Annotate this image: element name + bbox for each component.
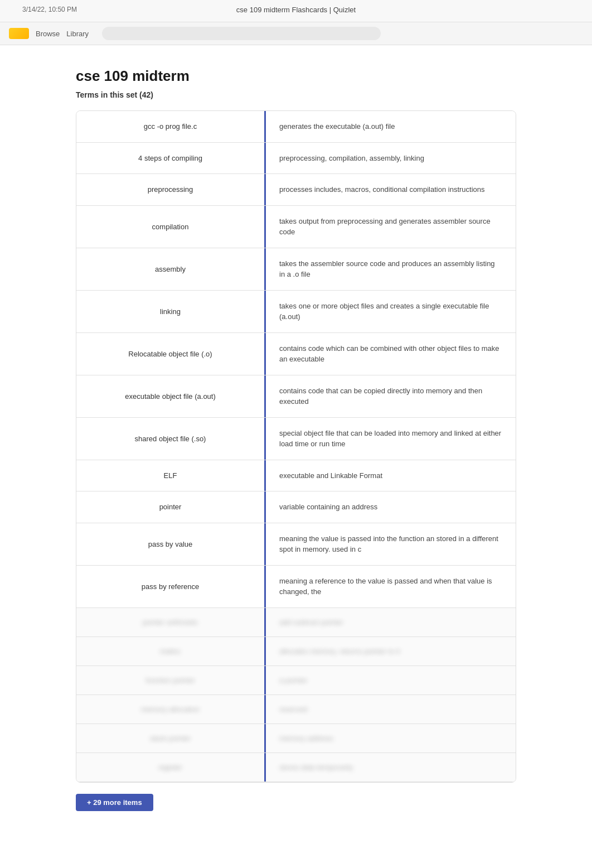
- term-cell: gcc -o prog file.c: [76, 111, 266, 142]
- definition-cell: executable and Linkable Format: [266, 460, 516, 491]
- flashcard-row: executable object file (a.out)contains c…: [76, 375, 516, 418]
- blurred-flashcard-row: pointer arithmeticadd subtract pointer: [76, 608, 516, 637]
- definition-cell: generates the executable (a.out) file: [266, 111, 516, 142]
- definition-cell: contains code that can be copied directl…: [266, 375, 516, 417]
- term-cell: 4 steps of compiling: [76, 143, 266, 174]
- set-title: cse 109 midterm: [76, 67, 516, 85]
- flashcard-row: pass by referencemeaning a reference to …: [76, 566, 516, 608]
- flashcard-row: ELFexecutable and Linkable Format: [76, 460, 516, 492]
- flashcard-row: compilationtakes output from preprocessi…: [76, 206, 516, 248]
- term-cell: preprocessing: [76, 174, 266, 205]
- term-cell: ELF: [76, 460, 266, 491]
- blurred-term-cell: function pointer: [76, 666, 266, 695]
- flashcard-row: 4 steps of compilingpreprocessing, compi…: [76, 143, 516, 175]
- flashcard-row: pass by valuemeaning the value is passed…: [76, 523, 516, 566]
- nav-item[interactable]: Browse: [36, 30, 60, 38]
- definition-cell: processes includes, macros, conditional …: [266, 174, 516, 205]
- blurred-flashcard-row: stack pointermemory address: [76, 724, 516, 753]
- definition-cell: variable containing an address: [266, 491, 516, 523]
- definition-cell: takes one or more object files and creat…: [266, 291, 516, 332]
- nav-item[interactable]: Library: [66, 30, 89, 38]
- main-content: cse 109 midterm Terms in this set (42) g…: [54, 45, 538, 845]
- definition-cell: takes output from preprocessing and gene…: [266, 206, 516, 248]
- definition-cell: meaning the value is passed into the fun…: [266, 523, 516, 565]
- flashcard-row: linkingtakes one or more object files an…: [76, 291, 516, 333]
- definition-cell: special object file that can be loaded i…: [266, 418, 516, 460]
- set-subtitle: Terms in this set (42): [76, 90, 516, 99]
- term-cell: linking: [76, 291, 266, 332]
- see-all-button[interactable]: + 29 more items: [76, 794, 153, 811]
- definition-cell: takes the assembler source code and prod…: [266, 248, 516, 290]
- blurred-term-cell: register: [76, 753, 266, 782]
- blurred-flashcard-row: mallocallocates memory, returns pointer …: [76, 637, 516, 666]
- blurred-term-cell: memory allocation: [76, 695, 266, 724]
- flashcard-row: Relocatable object file (.o)contains cod…: [76, 333, 516, 375]
- blurred-flashcard-row: registerstores data temporarily: [76, 753, 516, 782]
- flashcard-row: shared object file (.so)special object f…: [76, 418, 516, 460]
- flashcard-row: assemblytakes the assembler source code …: [76, 248, 516, 291]
- term-cell: assembly: [76, 248, 266, 290]
- blurred-term-cell: malloc: [76, 637, 266, 666]
- quizlet-logo: [9, 28, 29, 39]
- term-cell: pass by value: [76, 523, 266, 565]
- term-cell: compilation: [76, 206, 266, 248]
- browser-chrome: 3/14/22, 10:50 PM cse 109 midterm Flashc…: [0, 0, 592, 22]
- blurred-definition-cell: stores data temporarily: [266, 753, 516, 782]
- blurred-term-cell: stack pointer: [76, 724, 266, 753]
- flashcard-row: pointervariable containing an address: [76, 491, 516, 523]
- blurred-definition-cell: allocates memory, returns pointer to it: [266, 637, 516, 666]
- definition-cell: contains code which can be combined with…: [266, 333, 516, 375]
- flashcard-row: preprocessingprocesses includes, macros,…: [76, 174, 516, 206]
- flashcard-list: gcc -o prog file.cgenerates the executab…: [76, 110, 516, 783]
- blurred-definition-cell: reserved: [266, 695, 516, 724]
- definition-cell: meaning a reference to the value is pass…: [266, 566, 516, 607]
- blurred-definition-cell: a pointer: [266, 666, 516, 695]
- term-cell: Relocatable object file (.o): [76, 333, 266, 375]
- term-cell: executable object file (a.out): [76, 375, 266, 417]
- blurred-definition-cell: memory address: [266, 724, 516, 753]
- term-cell: pass by reference: [76, 566, 266, 607]
- blurred-term-cell: pointer arithmetic: [76, 608, 266, 636]
- blurred-definition-cell: add subtract pointer: [266, 608, 516, 636]
- search-bar[interactable]: [102, 27, 381, 40]
- definition-cell: preprocessing, compilation, assembly, li…: [266, 143, 516, 174]
- page-title-bar: cse 109 midterm Flashcards | Quizlet: [0, 6, 592, 14]
- blurred-flashcard-row: function pointera pointer: [76, 666, 516, 695]
- term-cell: shared object file (.so): [76, 418, 266, 460]
- flashcard-row: gcc -o prog file.cgenerates the executab…: [76, 111, 516, 143]
- blurred-flashcard-row: memory allocationreserved: [76, 695, 516, 724]
- term-cell: pointer: [76, 491, 266, 523]
